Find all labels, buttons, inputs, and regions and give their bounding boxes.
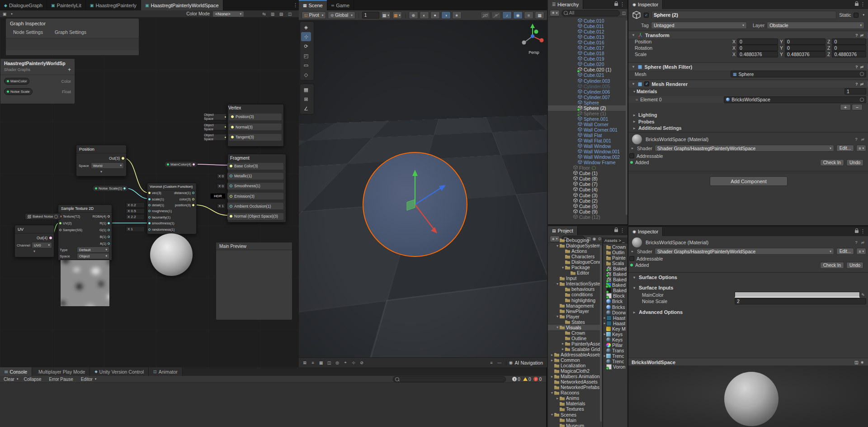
project-folder-item[interactable]: ▾ Visuals [548, 325, 600, 330]
perspective-label[interactable]: Persp [523, 50, 545, 55]
tab-strip-kebab-icon[interactable]: ⋮ [293, 2, 298, 8]
bottom-tab[interactable]: ◫ Animator [149, 367, 183, 376]
inspector-kebab-icon[interactable]: ⋮ [860, 228, 865, 236]
x-field[interactable]: 0.4880376 [737, 51, 778, 57]
search-scene-icon[interactable]: ⌖ [342, 360, 349, 365]
y-field[interactable]: 0 [785, 45, 826, 51]
undo-button[interactable]: Undo [846, 262, 863, 269]
graph-inspector-toggle-icon[interactable]: ▤ [278, 12, 285, 16]
hierarchy-item[interactable]: Cylinder.003 [548, 78, 626, 84]
hierarchy-item[interactable]: Sphere (1) [548, 111, 626, 116]
add-component-button[interactable]: Add Component [710, 176, 788, 186]
channel-dropdown[interactable]: UV0▾ [32, 242, 52, 248]
project-folder-item[interactable]: ▸ PainterlyAsset [548, 341, 600, 346]
material-preview-area[interactable] [628, 365, 868, 427]
noise-scale-property-node[interactable]: Noise Scale(1) [92, 185, 128, 192]
hierarchy-item[interactable]: Cube.011 [548, 24, 626, 29]
project-folder-item[interactable]: conditions [548, 292, 600, 297]
port-icon[interactable] [192, 192, 194, 194]
hierarchy-item[interactable]: Cube (5) [548, 204, 626, 209]
addressable-checkbox[interactable] [629, 256, 634, 261]
static-caret-icon[interactable]: ▾ [863, 13, 864, 17]
project-folder-item[interactable]: DialogueCondit [548, 259, 600, 265]
fold-arrow-icon[interactable]: ▸ [555, 396, 560, 400]
presets-icon[interactable]: ≓ [860, 65, 863, 69]
hierarchy-item[interactable]: Floor [548, 165, 626, 171]
render-mode-icon[interactable]: ◎ [334, 360, 341, 365]
grid-size-field[interactable]: 1 [362, 12, 379, 19]
project-folder-item[interactable]: ▾ InteractionSystem [548, 281, 600, 286]
blackboard-property[interactable]: MainColor Color [4, 78, 71, 85]
binding-pill[interactable]: Object Space [203, 123, 226, 130]
hierarchy-item[interactable]: Cube.013 [548, 34, 626, 40]
type-dropdown[interactable]: Default▾ [77, 247, 109, 253]
asset-item[interactable]: Pillar [603, 342, 627, 348]
shader-dropdown[interactable]: Shader Graphs/HaastregtPainterlyWorldSpa… [655, 248, 834, 255]
asset-item[interactable]: Baked [603, 288, 627, 293]
default-value-field[interactable]: X 0 [217, 183, 226, 189]
fold-arrow-icon[interactable]: ▸ [561, 342, 565, 346]
project-folder-item[interactable]: ▸ Scalable Grid P [548, 346, 600, 352]
fragment-port-slot[interactable]: Emission(3) [227, 193, 283, 199]
ai-navigation-button[interactable]: ◉ AI Navigation [509, 360, 545, 365]
voronoi-field-0[interactable]: X 0.2 [126, 202, 145, 208]
default-value-field[interactable]: HDR [210, 193, 226, 199]
hierarchy-item[interactable]: Cylinder.006 [548, 89, 626, 95]
asset-item[interactable]: ▸ Haast [603, 315, 627, 321]
hierarchy-item[interactable]: Wall Window [548, 143, 626, 149]
asset-item[interactable]: Bricks [603, 304, 627, 310]
hierarchy-search-input[interactable]: All [561, 10, 620, 16]
orientation-gizmo[interactable] [520, 23, 545, 51]
port-icon[interactable] [148, 198, 151, 200]
surface-options-header[interactable]: ▾Surface Options [628, 274, 868, 281]
project-folder-item[interactable]: Input [548, 275, 600, 281]
material-foldout-icon[interactable]: ▸ [630, 146, 635, 150]
project-tab[interactable]: ▤ Project [548, 226, 578, 235]
voronoi-field-3[interactable]: X 1 [126, 226, 145, 232]
drag-handle-icon[interactable]: = [636, 97, 638, 102]
project-folder-item[interactable]: ▸ Anims [548, 395, 600, 401]
maincolor-swatch[interactable] [735, 292, 860, 298]
fragment-port-slot[interactable]: Metallic(1) [227, 173, 283, 180]
project-folder-item[interactable]: Editor [548, 270, 600, 275]
project-folder-item[interactable]: ▸ Malbers Animations [548, 374, 600, 379]
undo-button[interactable]: Undo [846, 159, 863, 166]
fold-arrow-icon[interactable]: ▾ [555, 244, 560, 248]
project-folder-item[interactable]: Localization [548, 363, 600, 368]
vertex-port-slot[interactable]: Normal(3) [229, 123, 282, 130]
fold-arrow-icon[interactable]: ▸ [550, 358, 554, 362]
grid-snap-icon[interactable]: ▦ [301, 85, 311, 94]
project-folder-item[interactable]: Materials [548, 401, 600, 406]
project-folder-item[interactable]: ▾ Racoons [548, 390, 600, 395]
shader-dropdown[interactable]: Shader Graphs/HaastregtPainterlyWorldSpa… [655, 145, 834, 152]
scene-lighting-icon[interactable]: ☀ [491, 11, 501, 19]
hierarchy-item[interactable]: Wall Corner.001 [548, 127, 626, 133]
binding-pill[interactable]: Object Space [203, 114, 226, 120]
bottom-tab[interactable]: ◆ Unity Version Control [90, 367, 149, 376]
orientation-icon[interactable]: ⊹ [350, 360, 357, 365]
rect-tool-icon[interactable]: ▭ [301, 61, 311, 70]
object-picker-icon[interactable] [54, 215, 58, 218]
fold-arrow-icon[interactable]: ▾ [550, 391, 554, 395]
error-count-icon[interactable]: ! [533, 377, 538, 381]
main-preview-toggle-icon[interactable]: ◫ [286, 12, 293, 16]
project-folder-item[interactable]: Management [548, 303, 600, 308]
project-folder-item[interactable]: Actions [548, 248, 600, 254]
hierarchy-item[interactable]: Cube.017 [548, 45, 626, 51]
console-control-button[interactable]: Clear▾ [1, 377, 21, 382]
stats-icon[interactable]: ≡ [309, 360, 316, 365]
advanced-options-header[interactable]: ▸Advanced Options [628, 308, 868, 316]
hierarchy-item[interactable]: Cube.019 [548, 56, 626, 62]
asset-item[interactable]: Baked [603, 266, 627, 271]
material-foldout-icon[interactable]: ▸ [630, 249, 635, 253]
hierarchy-item[interactable]: Cube (8) [548, 176, 626, 181]
preview-settings-icon[interactable]: ∗ [860, 360, 864, 365]
shaded-mode-icon[interactable]: ◐ [420, 11, 429, 19]
console-control-button[interactable]: Editor▾ [78, 377, 99, 382]
foldout-row[interactable]: ▸Probes [628, 119, 868, 125]
shader-list-button[interactable]: ≡▾ [856, 145, 866, 152]
presets-icon[interactable]: ≓ [860, 33, 863, 38]
graph-tab[interactable]: ◆ DialogueGraph [0, 0, 47, 10]
foldout-row[interactable]: ▸Additional Settings [628, 125, 868, 132]
scene-viewport[interactable]: Persp ◈⊹⟳◰▭◇ ▦⊞∠ [299, 20, 547, 357]
